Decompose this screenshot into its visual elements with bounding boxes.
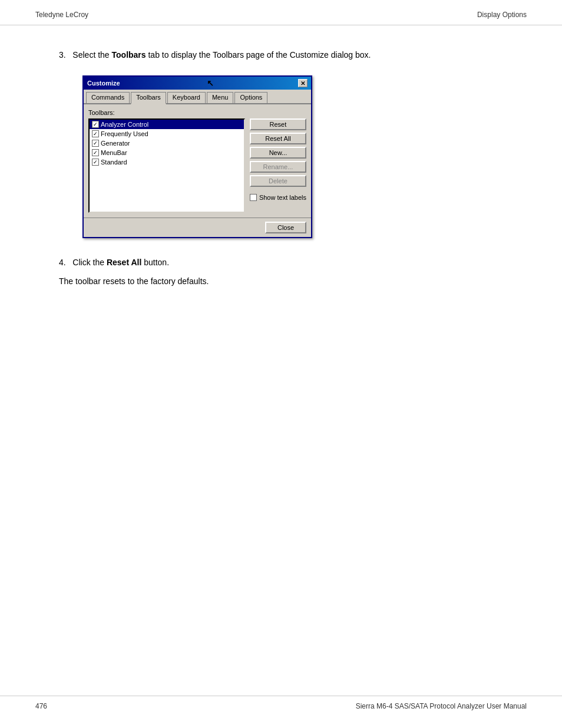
toolbar-list[interactable]: ✓ Analyzer Control ✓ Frequently Used ✓ G…	[88, 118, 245, 213]
toolbar-item-generator[interactable]: ✓ Generator	[90, 139, 244, 148]
step-3-number: 3.	[59, 50, 66, 60]
dialog-tabs: Commands Toolbars Keyboard Menu Options	[84, 90, 311, 104]
tab-commands[interactable]: Commands	[86, 92, 130, 103]
tab-toolbars[interactable]: Toolbars	[131, 92, 166, 104]
show-text-labels-text: Show text labels	[259, 194, 306, 201]
cursor-icon: ↖	[207, 78, 214, 88]
checkbox-analyzer[interactable]: ✓	[92, 121, 99, 128]
footer-manual-title: Sierra M6-4 SAS/SATA Protocol Analyzer U…	[356, 702, 527, 710]
step-4-bold: Reset All	[107, 258, 141, 267]
step-4-instruction: 4. Click the Reset All button.	[59, 256, 503, 269]
toolbar-item-standard[interactable]: ✓ Standard	[90, 157, 244, 167]
tab-menu[interactable]: Menu	[207, 92, 234, 103]
dialog-close-button[interactable]: ✕	[298, 79, 308, 87]
checkbox-generator[interactable]: ✓	[92, 140, 99, 147]
toolbar-item-analyzer[interactable]: ✓ Analyzer Control	[90, 120, 244, 129]
step-3-text: Select the	[72, 50, 111, 60]
toolbar-item-frequently[interactable]: ✓ Frequently Used	[90, 129, 244, 139]
dialog-footer: Close	[84, 218, 311, 237]
page-header: Teledyne LeCroy Display Options	[0, 0, 562, 25]
new-button[interactable]: New...	[250, 147, 306, 159]
close-button[interactable]: Close	[265, 222, 306, 233]
dialog-titlebar: Customize ↖ ✕	[84, 77, 311, 90]
toolbar-item-label-menubar: MenuBar	[101, 149, 127, 156]
toolbar-buttons: Reset Reset All New... Rename... Delete …	[250, 118, 306, 213]
step-4-number: 4.	[59, 258, 66, 267]
toolbar-item-label-generator: Generator	[101, 140, 130, 147]
tab-keyboard[interactable]: Keyboard	[167, 92, 206, 103]
toolbars-label: Toolbars:	[88, 109, 306, 116]
rename-button[interactable]: Rename...	[250, 161, 306, 173]
toolbar-item-label-frequently: Frequently Used	[101, 130, 148, 137]
dialog-main-area: ✓ Analyzer Control ✓ Frequently Used ✓ G…	[88, 118, 306, 213]
delete-button[interactable]: Delete	[250, 175, 306, 187]
checkbox-menubar[interactable]: ✓	[92, 149, 99, 156]
step-4-text: Click the	[72, 258, 107, 267]
dialog-title: Customize	[87, 80, 120, 87]
step-3-text2: tab to display the Toolbars page of the …	[146, 50, 371, 60]
footer-page-number: 476	[35, 702, 47, 710]
checkbox-standard[interactable]: ✓	[92, 159, 99, 166]
header-right: Display Options	[477, 11, 527, 19]
reset-all-button[interactable]: Reset All	[250, 133, 306, 144]
step-4-text2: button.	[141, 258, 169, 267]
page-content: 3. Select the Toolbars tab to display th…	[0, 25, 562, 318]
page-footer: 476 Sierra M6-4 SAS/SATA Protocol Analyz…	[0, 696, 562, 716]
checkbox-frequently[interactable]: ✓	[92, 130, 99, 137]
note-text: The toolbar resets to the factory defaul…	[59, 275, 503, 288]
customize-dialog: Customize ↖ ✕ Commands Toolbars Keyboard…	[82, 75, 312, 238]
header-left: Teledyne LeCroy	[35, 11, 88, 19]
dialog-wrapper: Customize ↖ ✕ Commands Toolbars Keyboard…	[82, 75, 503, 238]
toolbar-item-label-analyzer: Analyzer Control	[101, 121, 148, 128]
show-text-labels-checkbox[interactable]	[250, 194, 257, 201]
step-3-instruction: 3. Select the Toolbars tab to display th…	[59, 49, 503, 61]
dialog-body: Toolbars: ✓ Analyzer Control ✓ Frequentl…	[84, 104, 311, 218]
step-3-bold: Toolbars	[112, 50, 146, 60]
show-text-labels-row: Show text labels	[250, 194, 306, 201]
toolbar-item-label-standard: Standard	[101, 159, 127, 166]
toolbar-item-menubar[interactable]: ✓ MenuBar	[90, 148, 244, 157]
reset-button[interactable]: Reset	[250, 118, 306, 130]
tab-options[interactable]: Options	[234, 92, 267, 103]
